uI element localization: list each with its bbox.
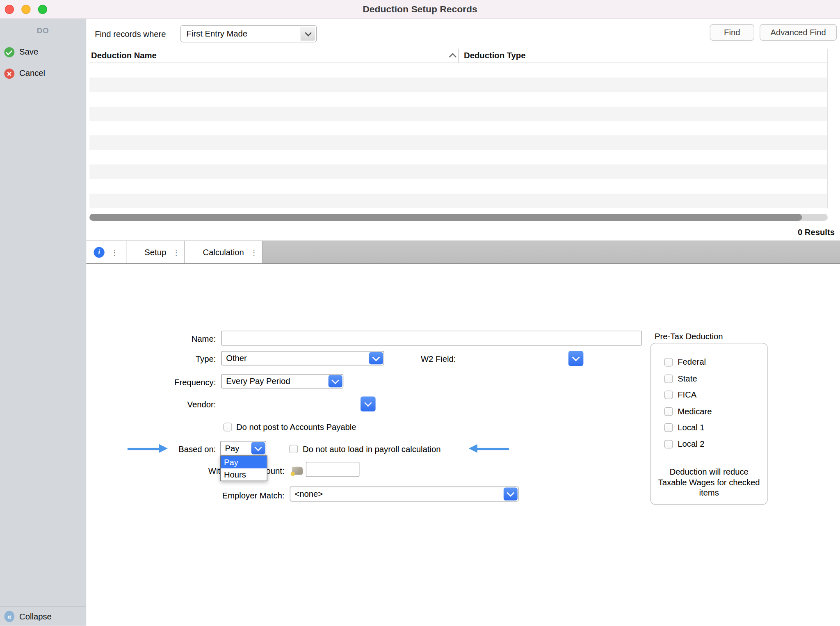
sidebar: DO Save × Cancel « Collapse	[0, 19, 86, 626]
save-label: Save	[19, 47, 38, 57]
find-records-where-label: Find records where	[95, 30, 166, 39]
tab-calculation-label: Calculation	[203, 247, 244, 257]
w2-field-dropdown[interactable]	[568, 351, 584, 366]
window-title: Deduction Setup Records	[363, 3, 477, 14]
do-not-post-ap-checkbox[interactable]	[224, 423, 232, 432]
state-checkbox[interactable]	[664, 375, 673, 383]
find-field-dropdown[interactable]: First Entry Made	[180, 25, 317, 42]
info-icon[interactable]: i	[94, 247, 105, 257]
employer-match-value: <none>	[294, 489, 323, 499]
results-count: 0 Results	[798, 228, 835, 238]
calculation-icon	[292, 467, 303, 475]
pretax-row-local1: Local 1	[664, 422, 705, 433]
vendor-label: Vendor:	[129, 399, 216, 410]
horizontal-scrollbar[interactable]	[89, 214, 828, 221]
save-check-icon	[4, 47, 14, 57]
frequency-label: Frequency:	[129, 377, 216, 388]
table-body-empty[interactable]	[89, 63, 828, 208]
main-content: Find records where First Entry Made Find…	[86, 19, 840, 626]
cancel-button[interactable]: × Cancel	[4, 68, 45, 80]
tab-setup-label: Setup	[144, 247, 166, 257]
type-value: Other	[226, 353, 247, 363]
local1-checkbox[interactable]	[664, 423, 673, 432]
do-not-autoload-label: Do not auto load in payroll calculation	[303, 444, 441, 455]
column-header-deduction-name[interactable]: Deduction Name	[89, 49, 458, 63]
save-button[interactable]: Save	[4, 46, 38, 58]
dropdown-chevron-icon	[251, 442, 265, 455]
close-window-button[interactable]	[5, 5, 14, 14]
based-on-value: Pay	[225, 443, 240, 453]
pretax-row-medicare: Medicare	[664, 406, 712, 417]
fica-label: FICA	[678, 390, 696, 400]
employer-match-dropdown[interactable]: <none>	[290, 487, 519, 502]
collapse-chevron-icon: «	[4, 611, 14, 622]
based-on-open-menu: Pay Hours	[220, 455, 267, 481]
column-header-deduction-type[interactable]: Deduction Type	[458, 49, 827, 63]
cancel-label: Cancel	[19, 69, 45, 78]
medicare-checkbox[interactable]	[664, 407, 673, 416]
frequency-dropdown[interactable]: Every Pay Period	[221, 374, 343, 388]
cancel-x-icon: ×	[4, 69, 14, 79]
drag-dots-icon: ⋮	[173, 248, 180, 256]
employer-match-label: Employer Match:	[151, 490, 285, 501]
drag-dots-icon: ⋮	[250, 248, 258, 256]
window-controls	[5, 0, 47, 18]
collapse-button[interactable]: « Collapse	[0, 607, 86, 626]
dropdown-chevron-icon	[301, 27, 315, 41]
dropdown-chevron-icon	[329, 375, 342, 387]
minimize-window-button[interactable]	[21, 5, 30, 14]
fica-checkbox[interactable]	[664, 391, 673, 399]
sidebar-header: DO	[0, 26, 86, 35]
dropdown-chevron-icon	[504, 488, 518, 500]
column-label-deduction-type: Deduction Type	[464, 51, 525, 61]
tab-bar: i ⋮ Setup ⋮ Calculation ⋮	[86, 240, 840, 264]
table-header: Deduction Name Deduction Type	[89, 49, 828, 63]
pretax-row-local2: Local 2	[664, 439, 705, 450]
based-on-label: Based on:	[129, 444, 216, 455]
frequency-value: Every Pay Period	[226, 377, 290, 386]
w2-field-label: W2 Field:	[376, 354, 456, 364]
advanced-find-button[interactable]: Advanced Find	[760, 24, 837, 41]
local1-label: Local 1	[678, 422, 704, 433]
pretax-row-state: State	[664, 373, 697, 384]
do-not-autoload-checkbox[interactable]	[289, 445, 298, 453]
vendor-dropdown[interactable]	[361, 397, 376, 412]
info-segment: i ⋮	[86, 241, 126, 263]
horizontal-scrollbar-thumb[interactable]	[89, 214, 802, 221]
sort-ascending-icon	[449, 53, 456, 60]
tab-setup[interactable]: Setup ⋮	[126, 241, 185, 263]
withholding-amount-input[interactable]	[306, 462, 360, 477]
name-input[interactable]	[221, 331, 641, 346]
pretax-title: Pre-Tax Deduction	[655, 331, 723, 341]
medicare-label: Medicare	[678, 406, 712, 417]
find-field-value: First Entry Made	[187, 26, 248, 42]
type-dropdown[interactable]: Other	[221, 351, 384, 366]
type-label: Type:	[129, 354, 216, 364]
federal-label: Federal	[678, 357, 706, 368]
application-window: Deduction Setup Records DO Save × Cancel…	[0, 0, 840, 626]
collapse-label: Collapse	[19, 612, 52, 621]
column-label-deduction-name: Deduction Name	[91, 51, 157, 61]
pretax-note: Deduction will reduce Taxable Wages for …	[657, 467, 761, 498]
window-titlebar: Deduction Setup Records	[0, 0, 840, 19]
menu-item-hours[interactable]: Hours	[221, 468, 267, 481]
drag-dots-icon[interactable]: ⋮	[111, 248, 118, 256]
based-on-dropdown[interactable]: Pay	[220, 441, 266, 455]
do-not-post-ap-label: Do not post to Accounts Payable	[236, 422, 356, 432]
pretax-row-federal: Federal	[664, 357, 706, 368]
fullscreen-window-button[interactable]	[38, 5, 47, 14]
state-label: State	[678, 373, 697, 384]
annotation-arrow-pointing-left	[469, 444, 509, 453]
tab-calculation[interactable]: Calculation ⋮	[185, 241, 262, 263]
name-label: Name:	[129, 334, 216, 345]
local2-checkbox[interactable]	[664, 440, 673, 448]
pretax-panel: Federal State FICA Medicare Local 1 Loca…	[651, 343, 768, 505]
menu-item-pay[interactable]: Pay	[221, 456, 267, 468]
local2-label: Local 2	[678, 439, 704, 450]
federal-checkbox[interactable]	[664, 358, 673, 366]
find-button[interactable]: Find	[710, 24, 754, 41]
pretax-row-fica: FICA	[664, 390, 697, 400]
